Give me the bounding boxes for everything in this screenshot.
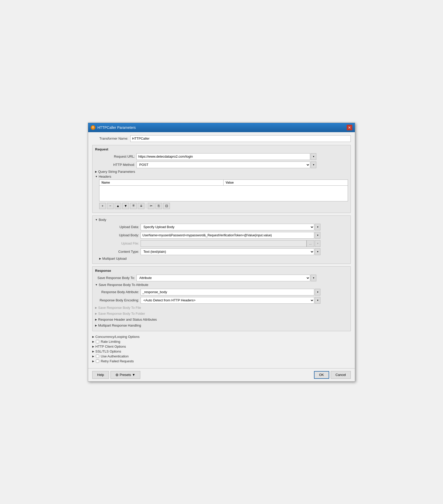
header-down-btn[interactable]: ▼ bbox=[122, 203, 129, 209]
request-url-label: Request URL: bbox=[95, 155, 135, 158]
use-authentication-header[interactable]: ▶ Use Authentication bbox=[92, 354, 351, 358]
headers-col-name: Name bbox=[99, 180, 224, 185]
retry-failed-header[interactable]: ▶ Retry Failed Requests bbox=[92, 359, 351, 363]
header-sort-desc-btn[interactable]: ⇊ bbox=[138, 203, 144, 209]
body-header[interactable]: ▼ Body bbox=[95, 218, 348, 222]
save-to-folder-section[interactable]: ▶ Save Response Body To Folder bbox=[95, 311, 348, 316]
header-up-btn[interactable]: ▲ bbox=[115, 203, 121, 209]
content-type-arrow-btn[interactable]: ▾ bbox=[315, 248, 320, 255]
request-url-arrow-btn[interactable]: ▾ bbox=[311, 153, 316, 160]
response-body-encoding-arrow-btn[interactable]: ▾ bbox=[315, 297, 320, 304]
upload-body-arrow-btn[interactable]: ▾ bbox=[315, 232, 320, 239]
query-string-label: Query String Parameters bbox=[98, 170, 135, 174]
save-to-file-label: Save Response Body To File bbox=[98, 306, 141, 310]
save-to-attribute-header[interactable]: ▼ Save Response Body To Attribute bbox=[95, 283, 348, 287]
save-response-body-to-select[interactable]: Attribute File Folder No Save bbox=[136, 275, 310, 281]
request-section: Request Request URL: ▾ HTTP Method: POST… bbox=[92, 145, 351, 213]
ssl-tls-triangle: ▶ bbox=[92, 350, 94, 353]
query-string-header[interactable]: ▶ Query String Parameters bbox=[95, 170, 348, 174]
response-section-title: Response bbox=[95, 269, 348, 273]
response-body-attribute-row: Response Body Attribute: ▾ bbox=[99, 289, 348, 295]
header-cut-btn[interactable]: ✂ bbox=[148, 203, 154, 209]
response-body-encoding-container: <Auto Detect from HTTP Headers> UTF-8 IS… bbox=[141, 297, 320, 304]
concurrency-section: ▶ Concurrency/Looping Options bbox=[92, 335, 351, 339]
transformer-name-input[interactable] bbox=[130, 135, 351, 142]
upload-data-label: Upload Data: bbox=[99, 225, 139, 229]
header-paste-btn[interactable]: ⊡ bbox=[163, 203, 170, 209]
upload-data-select[interactable]: Specify Upload Body No Upload Upload fro… bbox=[141, 224, 314, 230]
response-body-encoding-select[interactable]: <Auto Detect from HTTP Headers> UTF-8 IS… bbox=[141, 297, 314, 304]
http-client-header[interactable]: ▶ HTTP Client Options bbox=[92, 345, 351, 348]
use-authentication-checkbox[interactable] bbox=[96, 355, 99, 358]
upload-data-row: Upload Data: Specify Upload Body No Uplo… bbox=[99, 224, 348, 230]
rate-limiting-checkbox[interactable] bbox=[96, 340, 99, 343]
use-authentication-triangle: ▶ bbox=[92, 355, 94, 358]
footer-right: OK Cancel bbox=[314, 371, 351, 379]
save-to-file-triangle: ▶ bbox=[95, 306, 97, 309]
ssl-tls-label: SSL/TLS Options bbox=[95, 349, 121, 353]
presets-button[interactable]: ⚙ Presets ▼ bbox=[110, 371, 140, 379]
request-url-input-container: ▾ bbox=[136, 153, 316, 160]
headers-col-value: Value bbox=[224, 180, 348, 185]
save-to-file-section[interactable]: ▶ Save Response Body To File bbox=[95, 305, 348, 310]
multipart-upload-header[interactable]: ▶ Multipart Upload bbox=[99, 257, 348, 260]
http-method-select[interactable]: POST GET PUT DELETE bbox=[136, 161, 310, 168]
upload-file-arrow-btn: ▾ bbox=[315, 240, 320, 247]
headers-content: Name Value + − ▲ ▼ ⇈ ⇊ ✂ ⎘ bbox=[99, 179, 348, 209]
footer-left: Help ⚙ Presets ▼ bbox=[92, 371, 140, 379]
save-response-body-to-arrow-btn[interactable]: ▾ bbox=[311, 275, 316, 281]
response-body-attribute-input-container: ▾ bbox=[141, 289, 320, 295]
upload-body-row: Upload Body: ▾ bbox=[99, 232, 348, 239]
save-response-body-to-container: Attribute File Folder No Save ▾ bbox=[136, 275, 316, 281]
transformer-name-label: Transformer Name: bbox=[92, 137, 128, 140]
response-header-status-section[interactable]: ▶ Response Header and Status Attributes bbox=[95, 317, 348, 322]
upload-body-input[interactable] bbox=[141, 232, 314, 239]
footer: Help ⚙ Presets ▼ OK Cancel bbox=[88, 368, 355, 381]
multipart-upload-label: Multipart Upload bbox=[102, 257, 127, 260]
transformer-name-row: Transformer Name: bbox=[92, 135, 351, 142]
multipart-response-section[interactable]: ▶ Multipart Response Handling bbox=[95, 323, 348, 328]
multipart-response-triangle: ▶ bbox=[95, 324, 97, 327]
ok-button[interactable]: OK bbox=[314, 371, 329, 379]
concurrency-triangle: ▶ bbox=[92, 335, 94, 338]
rate-limiting-label: Rate Limiting bbox=[101, 340, 120, 344]
response-body-attribute-arrow-btn[interactable]: ▾ bbox=[315, 289, 320, 295]
body-section: ▼ Body Upload Data: Specify Upload Body … bbox=[92, 215, 351, 264]
concurrency-header[interactable]: ▶ Concurrency/Looping Options bbox=[92, 335, 351, 339]
header-add-btn[interactable]: + bbox=[99, 203, 106, 209]
ssl-tls-header[interactable]: ▶ SSL/TLS Options bbox=[92, 349, 351, 353]
rate-limiting-header[interactable]: ▶ Rate Limiting bbox=[92, 340, 351, 344]
headers-table-body[interactable] bbox=[99, 186, 348, 201]
rate-limiting-triangle: ▶ bbox=[92, 340, 94, 343]
http-method-select-container: POST GET PUT DELETE ▾ bbox=[136, 161, 316, 168]
response-body-encoding-row: Response Body Encoding: <Auto Detect fro… bbox=[99, 297, 348, 304]
upload-body-input-container: ▾ bbox=[141, 232, 320, 239]
retry-failed-checkbox[interactable] bbox=[96, 359, 99, 363]
query-string-triangle: ▶ bbox=[95, 170, 97, 173]
upload-file-browse-btn: ... bbox=[307, 240, 314, 247]
response-body-attribute-label: Response Body Attribute: bbox=[99, 290, 139, 294]
bottom-options: ▶ Concurrency/Looping Options ▶ Rate Lim… bbox=[92, 334, 351, 365]
content-type-select[interactable]: Text (text/plain) JSON (application/json… bbox=[141, 248, 314, 255]
headers-header[interactable]: ▼ Headers bbox=[95, 175, 348, 178]
header-remove-btn[interactable]: − bbox=[107, 203, 114, 209]
http-client-section: ▶ HTTP Client Options bbox=[92, 345, 351, 348]
use-authentication-section: ▶ Use Authentication bbox=[92, 354, 351, 358]
multipart-response-label: Multipart Response Handling bbox=[98, 323, 141, 327]
help-button[interactable]: Help bbox=[92, 371, 109, 379]
response-body-attribute-input[interactable] bbox=[141, 289, 314, 295]
close-button[interactable]: ✕ bbox=[347, 125, 352, 130]
multipart-upload-triangle: ▶ bbox=[99, 257, 101, 260]
response-header-status-label: Response Header and Status Attributes bbox=[98, 318, 157, 321]
cancel-button[interactable]: Cancel bbox=[331, 371, 351, 379]
request-url-input[interactable] bbox=[136, 153, 310, 160]
header-sort-asc-btn[interactable]: ⇈ bbox=[130, 203, 137, 209]
save-to-folder-triangle: ▶ bbox=[95, 312, 97, 315]
retry-failed-label: Retry Failed Requests bbox=[101, 359, 134, 363]
http-method-arrow-btn[interactable]: ▾ bbox=[311, 161, 316, 168]
dialog-title: HTTPCaller Parameters bbox=[97, 125, 136, 130]
header-copy-btn[interactable]: ⎘ bbox=[155, 203, 162, 209]
presets-gear-icon: ⚙ bbox=[115, 373, 119, 377]
upload-data-arrow-btn[interactable]: ▾ bbox=[315, 224, 320, 230]
upload-data-select-container: Specify Upload Body No Upload Upload fro… bbox=[141, 224, 320, 230]
